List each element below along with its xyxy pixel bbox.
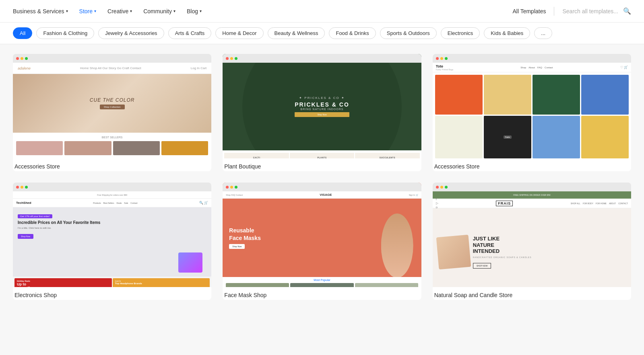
filter-home[interactable]: Home & Decor	[215, 27, 263, 39]
template-label-natural-soap: Natural Soap and Candle Store	[433, 287, 631, 300]
tote-item-4	[581, 75, 629, 115]
frais-product-image	[436, 235, 471, 270]
chevron-down-icon: ▾	[94, 9, 96, 13]
techshed-hero: Get 17% off your first order! Incredible…	[13, 207, 211, 277]
frais-topbar: FREE SHIPPING ON ORDER OVER $50	[433, 191, 631, 199]
browser-dot-red	[16, 57, 19, 60]
template-label-accessories-store-1: Accessories Store	[13, 158, 211, 171]
facemask-product-3	[355, 283, 418, 287]
frais-hero-sub: HANDCRAFTED ORGANIC SOAPS & CANDLES	[473, 256, 626, 259]
nav-divider	[554, 7, 554, 16]
all-templates-label[interactable]: All Templates	[512, 8, 546, 14]
nav-item-community[interactable]: Community ▾	[143, 8, 175, 14]
techshed-promos: Holiday Deals Up to30% off Just In Top H…	[13, 277, 211, 287]
facemask-popular-label: Most Popular	[226, 279, 418, 281]
tote-item-2	[484, 75, 531, 115]
tote-item-5	[435, 116, 483, 159]
browser-dot-green	[25, 57, 28, 60]
template-preview-adalene: adalene Home Shop All Our Story Go Craft…	[13, 54, 211, 158]
tote-nav: Tote Funky Printed Bags ShopAboutFAQCont…	[433, 63, 631, 72]
browser-dot-red	[226, 186, 229, 189]
filter-electronics[interactable]: Electronics	[441, 27, 480, 39]
nav-item-business-services[interactable]: Business & Services ▾	[13, 8, 68, 14]
prickles-hero: ✦ PRICKLES & CO ✦ PRICKLES & CO BRING NA…	[223, 63, 421, 150]
filter-kids[interactable]: Kids & Babies	[484, 27, 530, 39]
frais-preview-content: FREE SHIPPING ON ORDER OVER $50 f▷p FRAI…	[433, 191, 631, 287]
tote-item-6: Sale	[484, 116, 531, 159]
template-card-natural-soap[interactable]: FREE SHIPPING ON ORDER OVER $50 f▷p FRAI…	[433, 183, 631, 300]
template-grid: adalene Home Shop All Our Story Go Craft…	[0, 44, 644, 310]
prickles-subtitle: BRING NATURE INDOORS	[295, 108, 349, 111]
tote-item-7	[533, 116, 580, 159]
nav-item-creative[interactable]: Creative ▾	[107, 8, 132, 14]
browser-dot-yellow	[440, 57, 443, 60]
browser-dot-yellow	[230, 186, 233, 189]
tote-item-3	[533, 75, 580, 115]
tote-nav-links: ShopAboutFAQContact	[520, 66, 553, 69]
facemask-brand: VISAGE	[320, 193, 332, 197]
adalene-hero-btn: Shop Collection	[100, 105, 125, 109]
template-card-accessories-store-2[interactable]: Tote Funky Printed Bags ShopAboutFAQCont…	[433, 54, 631, 171]
browser-dot-yellow	[21, 57, 23, 60]
tote-product-grid: Sale	[433, 72, 631, 158]
facemask-preview-content: Shop FAQ Contact VISAGE Sign In 🛒 Reusab…	[223, 191, 421, 287]
filter-fashion[interactable]: Fashion & Clothing	[36, 27, 94, 39]
main-nav: Business & Services ▾ Store ▾ Creative ▾…	[0, 0, 644, 23]
browser-dot-green	[235, 186, 237, 189]
frais-nav: f▷p FRAIS SHOP ALLFOR BODYFOR HOMEABOUTC…	[433, 199, 631, 208]
prickles-footer: CACTI Shop Collection PLANTS Shop Collec…	[223, 150, 421, 158]
frais-nav-links: SHOP ALLFOR BODYFOR HOMEABOUTCONTACT	[571, 202, 628, 205]
search-icon[interactable]: 🔍	[623, 7, 631, 15]
techshed-nav: TechShed ProductsBest SellersDealsSaleCo…	[13, 199, 211, 207]
filter-beauty[interactable]: Beauty & Wellness	[268, 27, 325, 39]
nav-left: Business & Services ▾ Store ▾ Creative ▾…	[13, 8, 512, 14]
template-preview-prickles: ✦ PRICKLES & CO ✦ PRICKLES & CO BRING NA…	[223, 54, 421, 158]
facemask-hero-text: ReusableFace Masks Shop Now	[229, 227, 261, 248]
techshed-hero-sub: I'm a title. Click here to edit me.	[18, 227, 169, 229]
browser-bar	[433, 54, 631, 63]
filter-food[interactable]: Food & Drinks	[329, 27, 376, 39]
tote-icons: ♡ 🛒	[620, 66, 628, 69]
adalene-product-4	[161, 141, 208, 155]
facemask-hero: ReusableFace Masks Shop Now	[223, 199, 421, 277]
frais-brand: FRAIS	[496, 201, 513, 206]
adalene-nav: adalene Home Shop All Our Story Go Craft…	[13, 63, 211, 74]
techshed-topbar: Free Shipping for orders over $99	[13, 191, 211, 199]
prickles-btn: Shop Now	[295, 112, 349, 117]
browser-dot-red	[436, 57, 439, 60]
frais-social-icons: f▷p	[436, 197, 438, 209]
browser-bar	[223, 54, 421, 63]
filter-more[interactable]: ...	[534, 27, 552, 39]
facemask-nav: Shop FAQ Contact VISAGE Sign In 🛒	[223, 191, 421, 199]
prickles-preview-content: ✦ PRICKLES & CO ✦ PRICKLES & CO BRING NA…	[223, 63, 421, 158]
techshed-icons: 🔍 🛒	[199, 201, 208, 205]
prickles-small-logo: ✦ PRICKLES & CO ✦	[295, 96, 349, 100]
filter-all[interactable]: All	[13, 27, 32, 39]
browser-bar	[433, 183, 631, 191]
nav-item-blog[interactable]: Blog ▾	[187, 8, 202, 14]
filter-arts[interactable]: Arts & Crafts	[168, 27, 212, 39]
prickles-cat-succulents: SUCCULENTS Shop Collection	[355, 153, 419, 158]
filter-jewelry[interactable]: Jewelry & Accessories	[98, 27, 164, 39]
filter-sports[interactable]: Sports & Outdoors	[380, 27, 437, 39]
template-card-electronics-shop[interactable]: Free Shipping for orders over $99 TechSh…	[13, 183, 211, 300]
frais-hero-text: JUST LIKENATUREINTENDED HANDCRAFTED ORGA…	[473, 236, 626, 269]
nav-item-store[interactable]: Store ▾	[79, 8, 96, 14]
adalene-preview-content: adalene Home Shop All Our Story Go Craft…	[13, 63, 211, 158]
search-placeholder-text: Search all templates...	[562, 8, 618, 14]
techshed-promo-banner: Get 17% off your first order!	[18, 214, 52, 218]
template-card-plant-boutique[interactable]: ✦ PRICKLES & CO ✦ PRICKLES & CO BRING NA…	[223, 54, 421, 171]
template-label-plant-boutique: Plant Boutique	[223, 158, 421, 171]
frais-nav-left: f▷p	[436, 197, 438, 209]
template-card-face-mask-shop[interactable]: Shop FAQ Contact VISAGE Sign In 🛒 Reusab…	[223, 183, 421, 300]
browser-dot-red	[16, 186, 19, 189]
facemask-product-1	[226, 283, 289, 287]
adalene-brand: adalene	[18, 66, 31, 70]
frais-hero: JUST LIKENATUREINTENDED HANDCRAFTED ORGA…	[433, 208, 631, 287]
techshed-promo-1: Holiday Deals Up to30% off	[14, 278, 112, 287]
techshed-hero-title: Incredible Prices on All Your Favorite I…	[18, 220, 169, 225]
techshed-hero-image	[174, 211, 206, 273]
nav-right: All Templates Search all templates... 🔍	[512, 7, 631, 16]
techshed-brand: TechShed	[16, 201, 31, 205]
template-card-accessories-store-1[interactable]: adalene Home Shop All Our Story Go Craft…	[13, 54, 211, 171]
